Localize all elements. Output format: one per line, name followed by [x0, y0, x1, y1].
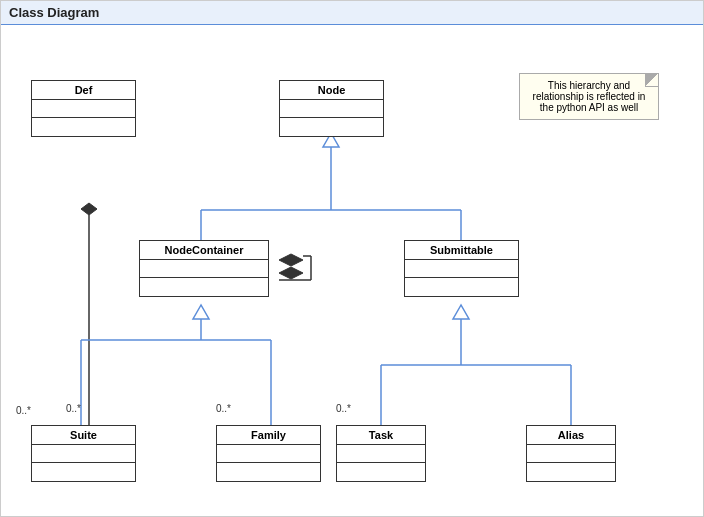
class-def: Def — [31, 80, 136, 137]
class-suite: Suite — [31, 425, 136, 482]
mult-suite: 0..* — [66, 403, 81, 414]
mult-task: 0..* — [336, 403, 351, 414]
note-box: This hierarchy and relationship is refle… — [519, 73, 659, 120]
svg-marker-9 — [279, 267, 303, 279]
note-text: This hierarchy and relationship is refle… — [533, 80, 646, 113]
mult-def-suite: 0..* — [16, 405, 31, 416]
class-task: Task — [336, 425, 426, 482]
class-node-container: NodeContainer — [139, 240, 269, 297]
class-family: Family — [216, 425, 321, 482]
svg-marker-14 — [193, 305, 209, 319]
mult-family: 0..* — [216, 403, 231, 414]
class-diagram: Class Diagram — [0, 0, 704, 517]
diagram-title: Class Diagram — [1, 1, 703, 25]
class-alias: Alias — [526, 425, 616, 482]
svg-marker-5 — [279, 254, 303, 266]
svg-marker-10 — [81, 203, 97, 215]
diagram-body: Def Node This hierarchy and relationship… — [1, 25, 703, 514]
class-node: Node — [279, 80, 384, 137]
class-submittable: Submittable — [404, 240, 519, 297]
svg-marker-19 — [453, 305, 469, 319]
